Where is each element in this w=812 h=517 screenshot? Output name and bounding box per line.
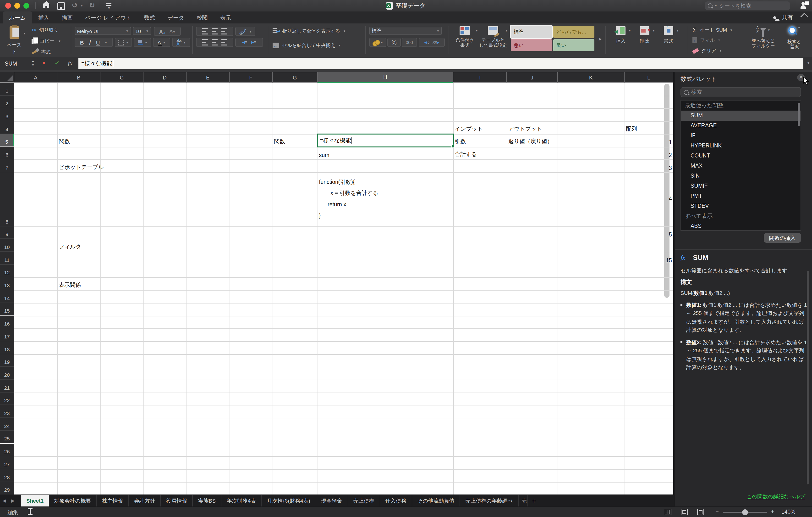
function-item-SUMIF[interactable]: SUMIF (681, 181, 801, 191)
sheet-tab-仕入債務[interactable]: 仕入債務 (380, 495, 412, 507)
sheet-tab-partial[interactable]: 売 (519, 495, 528, 507)
page-layout-view-button[interactable] (681, 509, 688, 515)
row-header-24[interactable]: 24 (0, 418, 14, 431)
align-center-icon[interactable] (212, 39, 218, 46)
row-header-27[interactable]: 27 (0, 456, 14, 469)
row-header-13[interactable]: 13 (0, 277, 14, 290)
column-header-H[interactable]: H (318, 72, 453, 83)
cell-style-悪い[interactable]: 悪い (511, 39, 552, 51)
cell-L4[interactable]: 配列 (625, 121, 673, 134)
sort-filter-button[interactable]: AZ ▼ 並べ替えとフィルター (749, 26, 778, 48)
function-help-link[interactable]: この関数の詳細なヘルプ (747, 493, 805, 500)
function-item-AVERAGE[interactable]: AVERAGE (681, 120, 801, 131)
share-contact-icon[interactable] (801, 1, 809, 10)
cell-I5[interactable]: 引数 (453, 134, 507, 147)
ribbon-tab-挿入[interactable]: 挿入 (32, 11, 56, 24)
save-icon[interactable] (57, 2, 65, 10)
cell-B5[interactable]: 関数 (57, 134, 100, 147)
align-bottom-icon[interactable] (222, 28, 227, 34)
undo-dropdown-icon[interactable]: ▼ (80, 4, 83, 7)
insert-function-button[interactable]: 関数の挿入 (764, 233, 801, 243)
fill-color-button[interactable]: ▼ (134, 38, 151, 47)
function-search-input[interactable]: 検索 (680, 87, 801, 97)
formula-input[interactable]: =様々な機能 (79, 58, 803, 69)
undo-icon[interactable]: ↺ (72, 1, 78, 9)
italic-button[interactable]: I (89, 38, 91, 47)
row-header-5[interactable]: 5 (0, 134, 14, 147)
active-cell-editor[interactable]: =様々な機能 (317, 134, 454, 148)
font-size-grow-shrink[interactable]: A▲ A▼ (154, 27, 181, 36)
format-cells-button[interactable]: ↔ ▼ 書式 (658, 26, 679, 45)
insert-function-icon[interactable]: fx (68, 59, 72, 67)
cell-B13[interactable]: 表示関係 (57, 277, 100, 290)
sheet-tab-売上債権の年齢調べ[interactable]: 売上債権の年齢調べ (460, 495, 519, 507)
row-header-20[interactable]: 20 (0, 367, 14, 380)
column-header-A[interactable]: A (14, 72, 57, 83)
font-size-select[interactable]: 10▼ (133, 27, 151, 35)
add-sheet-button[interactable]: + (528, 495, 540, 507)
find-select-button[interactable]: ▼ 検索と選択 (780, 26, 808, 49)
function-list[interactable]: 最近使った関数SUMAVERAGEIFHYPERLINKCOUNTMAXSINS… (680, 100, 801, 231)
align-left-icon[interactable] (202, 39, 208, 46)
close-window-button[interactable] (5, 3, 11, 9)
column-header-G[interactable]: G (272, 72, 318, 83)
row-header-22[interactable]: 22 (0, 392, 14, 405)
ribbon-tab-描画[interactable]: 描画 (56, 11, 79, 24)
sheet-tab-その他流動負債[interactable]: その他流動負債 (412, 495, 460, 507)
number-format-select[interactable]: 標準▼ (369, 27, 442, 35)
sheet-tab-売上債権[interactable]: 売上債権 (348, 495, 380, 507)
column-header-E[interactable]: E (186, 72, 230, 83)
column-header-D[interactable]: D (143, 72, 186, 83)
ribbon-tab-校閲[interactable]: 校閲 (190, 11, 214, 24)
confirm-entry-icon[interactable]: ✓ (55, 59, 60, 66)
sheet-tab-株主情報[interactable]: 株主情報 (97, 495, 129, 507)
function-item-ABS[interactable]: ABS (681, 221, 801, 231)
ribbon-tab-表示[interactable]: 表示 (214, 11, 237, 24)
cell-G5[interactable]: 関数 (272, 134, 318, 147)
align-middle-icon[interactable] (212, 28, 218, 34)
row-header-7[interactable]: 7 (0, 159, 14, 172)
conditional-formatting-button[interactable]: ▼ 条件付き書式 (453, 26, 477, 48)
zoom-slider-thumb[interactable] (742, 509, 748, 515)
ribbon-tab-データ[interactable]: データ (161, 11, 190, 24)
toolbar-customize-icon[interactable] (106, 3, 111, 4)
sheet-tab-現金預金[interactable]: 現金預金 (316, 495, 348, 507)
percent-button[interactable]: % (387, 38, 401, 47)
formula-bar-expand-icon[interactable]: ▼ (807, 61, 810, 65)
orientation-button[interactable]: ab↗▼ (235, 27, 255, 36)
tab-scroll-left-icon[interactable]: ◀ (0, 495, 9, 507)
underline-button[interactable]: U (96, 39, 100, 45)
cell-L8[interactable]: 4 (625, 172, 673, 226)
row-header-17[interactable]: 17 (0, 328, 14, 341)
name-box[interactable]: SUM (0, 57, 30, 70)
decrease-decimal-icon[interactable]: ◀.0 (424, 40, 429, 44)
row-header-1[interactable]: 1 (0, 83, 14, 96)
cell-style-標準[interactable]: 標準 (511, 26, 552, 38)
paste-button[interactable]: ▼ ペースト (5, 26, 24, 55)
sheet-tab-役員情報[interactable]: 役員情報 (161, 495, 193, 507)
select-all-button[interactable] (0, 72, 14, 83)
borders-button[interactable]: ▼ (115, 38, 132, 47)
row-header-14[interactable]: 14 (0, 290, 14, 303)
function-item-MAX[interactable]: MAX (681, 161, 801, 171)
clear-button[interactable]: クリア▼ (692, 47, 722, 54)
cell-B7[interactable]: ピボットテーブル (57, 159, 100, 172)
name-box-spinner[interactable]: ▲▼ (30, 59, 36, 68)
home-icon[interactable] (43, 4, 49, 8)
column-header-I[interactable]: I (453, 72, 507, 83)
ribbon-tab-数式[interactable]: 数式 (138, 11, 161, 24)
row-header-21[interactable]: 21 (0, 380, 14, 392)
fill-handle[interactable] (452, 145, 455, 148)
format-as-table-button[interactable]: ▼ テーブルとして書式設定 (479, 26, 507, 48)
row-header-6[interactable]: 6 (0, 147, 14, 159)
fill-button[interactable]: ↓ フィル▼ (692, 37, 720, 44)
row-header-4[interactable]: 4 (0, 121, 14, 134)
cell-L9[interactable]: 5 (625, 226, 673, 239)
zoom-out-icon[interactable]: − (716, 508, 719, 515)
cell-L5[interactable]: 1 (625, 134, 673, 147)
text-style-button[interactable]: abcA ▼ (172, 38, 190, 47)
align-right-icon[interactable] (222, 39, 227, 46)
panel-scrollbar[interactable] (807, 271, 809, 485)
wrap-text-button[interactable]: ↩ 折り返して全体を表示する▼ (272, 28, 346, 34)
sheet-tab-会計方針[interactable]: 会計方針 (129, 495, 161, 507)
